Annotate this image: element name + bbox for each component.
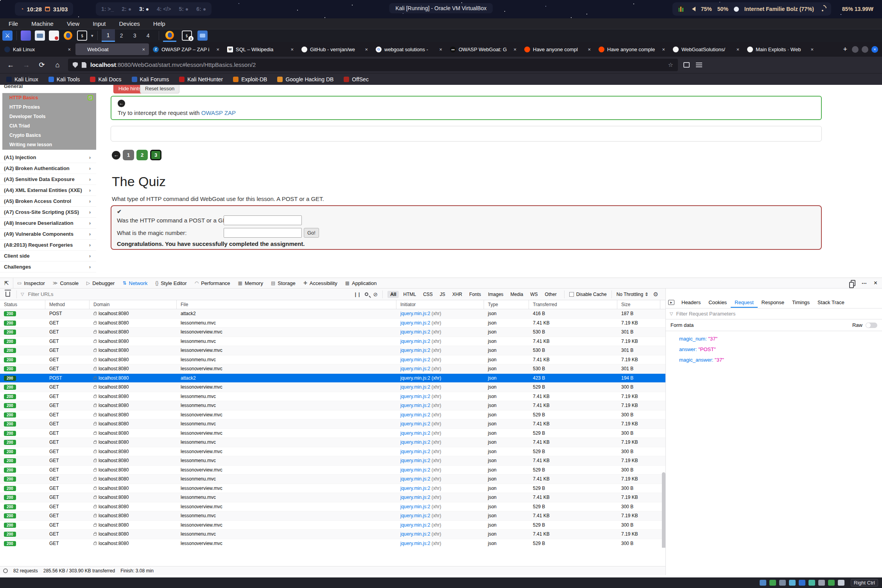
- recording-icon[interactable]: [828, 580, 835, 586]
- request-row[interactable]: 200 GET localhost:8080 lessonoverview.mv…: [0, 346, 665, 355]
- browser-tab[interactable]: W SQL – Wikipedia ×: [224, 43, 298, 55]
- forward-icon[interactable]: →: [21, 61, 31, 69]
- initiator-link[interactable]: jquery.min.js:2: [400, 320, 430, 326]
- page-button-2[interactable]: 2: [136, 150, 148, 160]
- keyboard-indicator-icon[interactable]: [678, 5, 684, 13]
- form-data-section[interactable]: Form data Raw: [666, 319, 882, 331]
- request-row[interactable]: 200 POST localhost:8080 attack2 jquery.m…: [0, 374, 665, 383]
- maximize-button[interactable]: [862, 46, 868, 53]
- disable-cache-control[interactable]: Disable Cache: [569, 292, 607, 297]
- initiator-link[interactable]: jquery.min.js:2: [400, 476, 430, 482]
- menubar-item[interactable]: Devices: [119, 20, 140, 27]
- request-row[interactable]: 200 GET localhost:8080 lessonoverview.mv…: [0, 328, 665, 337]
- form-param[interactable]: magic_num: "37": [679, 336, 882, 342]
- responsive-design-icon[interactable]: [851, 280, 855, 286]
- initiator-link[interactable]: jquery.min.js:2: [400, 541, 430, 546]
- quiz-q2-input[interactable]: [224, 228, 302, 238]
- request-row[interactable]: 200 GET localhost:8080 lessonmenu.mvc jq…: [0, 392, 665, 402]
- form-param[interactable]: magic_answer: "37": [679, 357, 882, 363]
- sidebar-lesson-item[interactable]: CIA Triad: [2, 121, 96, 131]
- menubar-item[interactable]: Input: [93, 20, 106, 27]
- devtools-tab[interactable]: ▤ Storage: [267, 278, 299, 289]
- bookmark-item[interactable]: Google Hacking DB: [277, 76, 333, 82]
- initiator-link[interactable]: jquery.min.js:2: [400, 513, 430, 518]
- browser-tab[interactable]: G webgoat solutions - ×: [373, 43, 446, 55]
- workspace-label[interactable]: 2: ●: [122, 6, 131, 12]
- initiator-link[interactable]: jquery.min.js:2: [400, 439, 430, 445]
- file-manager-icon[interactable]: [35, 30, 45, 41]
- details-tab[interactable]: Stack Trace: [814, 297, 848, 308]
- request-row[interactable]: 200 GET localhost:8080 lessonmenu.mvc jq…: [0, 419, 665, 429]
- menu-icon[interactable]: [696, 63, 702, 63]
- tab-close-icon[interactable]: ×: [67, 47, 72, 52]
- initiator-link[interactable]: jquery.min.js:2: [400, 311, 430, 316]
- bookmark-item[interactable]: Kali Docs: [90, 76, 121, 82]
- browser-tab[interactable]: Have anyone compl ×: [521, 43, 595, 55]
- request-row[interactable]: 200 GET localhost:8080 lessonmenu.mvc jq…: [0, 493, 665, 502]
- type-filter-chip[interactable]: Images: [485, 291, 506, 298]
- bookmark-star-icon[interactable]: ☆: [668, 61, 673, 68]
- column-header-file[interactable]: File: [177, 300, 396, 309]
- request-row[interactable]: 200 GET localhost:8080 lessonmenu.mvc jq…: [0, 401, 665, 411]
- devtools-tab[interactable]: ▭ Inspector: [13, 278, 49, 289]
- devtools-tab[interactable]: ▷ Debugger: [82, 278, 118, 289]
- block-requests-icon[interactable]: ⊘: [373, 291, 378, 298]
- menubar-item[interactable]: View: [67, 20, 79, 27]
- workspace-label[interactable]: 5: ●: [179, 6, 189, 12]
- shared-folders-icon[interactable]: [808, 580, 815, 586]
- kali-menu-icon[interactable]: [2, 30, 13, 41]
- terminal-running-icon[interactable]: 3: [180, 29, 194, 42]
- initiator-link[interactable]: jquery.min.js:2: [400, 375, 430, 381]
- devtools-tab[interactable]: ≫ Console: [49, 278, 82, 289]
- go-button[interactable]: Go!: [304, 228, 319, 238]
- pause-traffic-icon[interactable]: | |: [355, 291, 360, 297]
- initiator-link[interactable]: jquery.min.js:2: [400, 531, 430, 537]
- type-filter-chip[interactable]: JS: [437, 291, 448, 298]
- browser-tab[interactable]: ●● OWASP WebGoat: G ×: [447, 43, 520, 55]
- sidebar-category-item[interactable]: (A2) Broken Authentication›: [0, 163, 96, 174]
- sidebar-lesson-item[interactable]: Developer Tools: [2, 112, 96, 121]
- request-row[interactable]: 200 GET localhost:8080 lessonoverview.mv…: [0, 411, 665, 420]
- new-tab-button[interactable]: +: [838, 45, 852, 54]
- sidebar-category-item[interactable]: (A4) XML External Entities (XXE)›: [0, 185, 96, 196]
- type-filter-chip[interactable]: XHR: [450, 291, 465, 298]
- volume-icon[interactable]: [690, 7, 696, 11]
- workspace-label[interactable]: 4: </>: [157, 6, 171, 12]
- workspace-label[interactable]: 3: ●: [139, 6, 149, 12]
- owasp-zap-link[interactable]: OWASP ZAP: [201, 109, 236, 116]
- browser-tab[interactable]: WebGoatSolutions/ ×: [670, 43, 743, 55]
- quiz-q1-input[interactable]: [224, 215, 302, 225]
- network-settings-gear-icon[interactable]: ⚙: [653, 291, 658, 298]
- url-bar[interactable]: localhost:8080/WebGoat/start.mvc#lesson/…: [68, 59, 678, 71]
- sidebar-category-item[interactable]: (A8:2013) Request Forgeries›: [0, 240, 96, 251]
- optical-drive-icon[interactable]: [769, 580, 776, 586]
- request-row[interactable]: 200 POST localhost:8080 attack2 jquery.m…: [0, 309, 665, 319]
- minimize-button[interactable]: [852, 46, 859, 53]
- reset-lesson-button[interactable]: Reset lesson: [140, 85, 179, 93]
- sidebar-category-item[interactable]: (A3) Sensitive Data Exposure›: [0, 174, 96, 185]
- initiator-link[interactable]: jquery.min.js:2: [400, 504, 430, 509]
- request-row[interactable]: 200 GET localhost:8080 lessonoverview.mv…: [0, 364, 665, 374]
- bookmark-item[interactable]: Kali NetHunter: [179, 76, 223, 82]
- menubar-item[interactable]: Help: [153, 20, 165, 27]
- sidebar-lesson-item[interactable]: HTTP Proxies: [2, 102, 96, 112]
- tab-close-icon[interactable]: ×: [215, 47, 220, 52]
- type-filter-chip[interactable]: Other: [542, 291, 559, 298]
- page-button-3[interactable]: 3: [150, 150, 161, 160]
- type-filter-chip[interactable]: Media: [508, 291, 526, 298]
- bookmark-item[interactable]: Kali Linux: [6, 76, 38, 82]
- hint-prev-icon[interactable]: ←: [118, 100, 125, 107]
- initiator-link[interactable]: jquery.min.js:2: [400, 486, 430, 491]
- tab-close-icon[interactable]: ×: [810, 47, 814, 52]
- request-row[interactable]: 200 GET localhost:8080 lessonoverview.mv…: [0, 429, 665, 438]
- initiator-link[interactable]: jquery.min.js:2: [400, 449, 430, 454]
- tab-close-icon[interactable]: ×: [438, 47, 443, 52]
- sidebar-lesson-item[interactable]: Writing new lesson: [2, 140, 96, 149]
- clear-requests-icon[interactable]: [5, 292, 10, 297]
- wifi-icon[interactable]: [819, 7, 826, 11]
- filter-urls-input[interactable]: Filter URLs: [28, 291, 53, 297]
- close-button[interactable]: ×: [871, 46, 878, 53]
- bookmark-item[interactable]: Kali Tools: [48, 76, 80, 82]
- tab-close-icon[interactable]: ×: [141, 47, 146, 52]
- details-tab[interactable]: Request: [731, 297, 757, 308]
